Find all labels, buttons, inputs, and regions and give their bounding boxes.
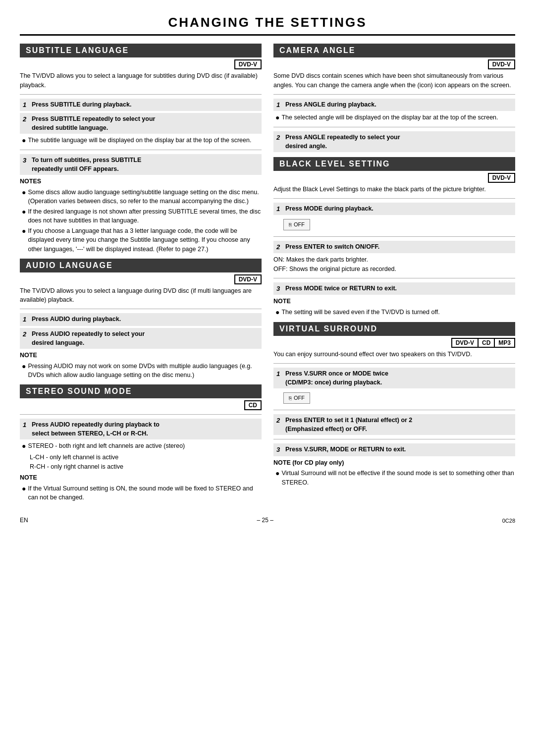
- audio-intro: The TV/DVD allows you to select a langua…: [20, 286, 262, 305]
- black-level-setting-section: BLACK LEVEL SETTING DVD-V Adjust the Bla…: [273, 157, 515, 318]
- page-footer: EN – 25 – 0C28: [20, 517, 515, 524]
- camera-step2: 2 Press ANGLE repeatedly to select yourd…: [273, 131, 515, 152]
- black-level-setting-header: BLACK LEVEL SETTING: [273, 157, 515, 171]
- page-title: CHANGING THE SETTINGS: [20, 15, 515, 36]
- subtitle-note2: ● If the desired language is not shown a…: [20, 207, 262, 225]
- subtitle-note3: ● If you choose a Language that has a 3 …: [20, 226, 262, 253]
- audio-language-header: AUDIO LANGUAGE: [20, 259, 262, 272]
- subtitle-step3: 3 To turn off subtitles, press SUBTITLEr…: [20, 154, 262, 175]
- virtual-surround-display-text: OFF: [294, 394, 305, 402]
- camera-intro: Some DVD discs contain scenes which have…: [273, 71, 515, 90]
- black-level-step2: 2 Press ENTER to switch ON/OFF.: [273, 241, 515, 254]
- black-level-note1: ● The setting will be saved even if the …: [273, 308, 515, 318]
- virtual-surround-step2: 2 Press ENTER to set it 1 (Natural effec…: [273, 414, 515, 435]
- black-level-badge: DVD-V: [488, 173, 515, 183]
- subtitle-note1: ● Some discs allow audio language settin…: [20, 188, 262, 206]
- virtual-surround-badge-cd: CD: [478, 338, 494, 348]
- audio-language-badge: DVD-V: [234, 274, 262, 284]
- black-level-step1: 1 Press MODE during playback.: [273, 203, 515, 216]
- subtitle-language-header: SUBTITLE LANGUAGE: [20, 44, 262, 57]
- audio-note-label: NOTE: [20, 351, 262, 360]
- camera-angle-section: CAMERA ANGLE DVD-V Some DVD discs contai…: [273, 44, 515, 152]
- footer-page-num: – 25 –: [257, 517, 273, 524]
- stereo-note-label: NOTE: [20, 473, 262, 483]
- virtual-surround-header: VIRTUAL SURROUND: [273, 322, 515, 336]
- black-level-display-text: OFF: [294, 220, 305, 229]
- camera-angle-header: CAMERA ANGLE: [273, 44, 515, 57]
- stereo-bullet1: ● STEREO - both right and left channels …: [20, 441, 262, 451]
- stereo-sound-mode-badge: CD: [244, 400, 262, 410]
- subtitle-language-badge: DVD-V: [234, 59, 262, 69]
- virtual-surround-note-label: NOTE (for CD play only): [273, 458, 515, 468]
- virtual-surround-step1: 1 Press V.SURR once or MODE twice(CD/MP3…: [273, 368, 515, 388]
- subtitle-language-section: SUBTITLE LANGUAGE DVD-V The TV/DVD allow…: [20, 44, 262, 254]
- footer-lang: EN: [20, 517, 28, 524]
- virtual-surround-note1: ● Virtual Surround will not be effective…: [273, 469, 515, 486]
- subtitle-bullet1: ● The subtitle language will be displaye…: [20, 136, 262, 146]
- black-level-step3: 3 Press MODE twice or RETURN to exit.: [273, 282, 515, 295]
- black-level-intro: Adjust the Black Level Settings to make …: [273, 185, 515, 194]
- stereo-sound-mode-header: STEREO SOUND MODE: [20, 384, 262, 398]
- vsurr-display-icon: ⎘: [289, 394, 292, 402]
- audio-step1: 1 Press AUDIO during playback.: [20, 313, 262, 326]
- stereo-note1: ● If the Virtual Surround setting is ON,…: [20, 484, 262, 502]
- virtual-surround-badges: DVD-V CD MP3: [273, 338, 515, 348]
- subtitle-notes-label: NOTES: [20, 177, 262, 186]
- virtual-surround-display: ⎘ OFF: [283, 392, 310, 404]
- camera-step1: 1 Press ANGLE during playback.: [273, 99, 515, 111]
- virtual-surround-intro: You can enjoy surround-sound effect over…: [273, 350, 515, 359]
- stereo-step1: 1 Press AUDIO repeatedly during playback…: [20, 419, 262, 439]
- camera-angle-badge: DVD-V: [488, 59, 515, 69]
- virtual-surround-section: VIRTUAL SURROUND DVD-V CD MP3 You can en…: [273, 322, 515, 486]
- virtual-surround-badge-dvd: DVD-V: [451, 338, 478, 348]
- audio-note1: ● Pressing AUDIO may not work on some DV…: [20, 362, 262, 379]
- subtitle-step2: 2 Press SUBTITLE repeatedly to select yo…: [20, 113, 262, 134]
- stereo-channels: L-CH - only left channel is active R-CH …: [20, 453, 262, 472]
- black-level-off: OFF: Shows the original picture as recor…: [273, 265, 515, 274]
- display-icon: ⎘: [289, 221, 292, 228]
- audio-language-section: AUDIO LANGUAGE DVD-V The TV/DVD allows y…: [20, 259, 262, 379]
- black-level-note-label: NOTE: [273, 297, 515, 306]
- footer-code: 0C28: [502, 518, 515, 524]
- audio-step2: 2 Press AUDIO repeatedly to select yourd…: [20, 328, 262, 349]
- stereo-sound-mode-section: STEREO SOUND MODE CD 1 Press AUDIO repea…: [20, 384, 262, 502]
- virtual-surround-step3: 3 Press V.SURR, MODE or RETURN to exit.: [273, 443, 515, 456]
- black-level-on: ON: Makes the dark parts brighter.: [273, 255, 515, 265]
- virtual-surround-badge-mp3: MP3: [494, 338, 515, 348]
- black-level-display: ⎘ OFF: [283, 219, 310, 230]
- subtitle-intro: The TV/DVD allows you to select a langua…: [20, 71, 262, 90]
- subtitle-step1: 1 Press SUBTITLE during playback.: [20, 99, 262, 111]
- camera-bullet1: ● The selected angle will be displayed o…: [273, 113, 515, 123]
